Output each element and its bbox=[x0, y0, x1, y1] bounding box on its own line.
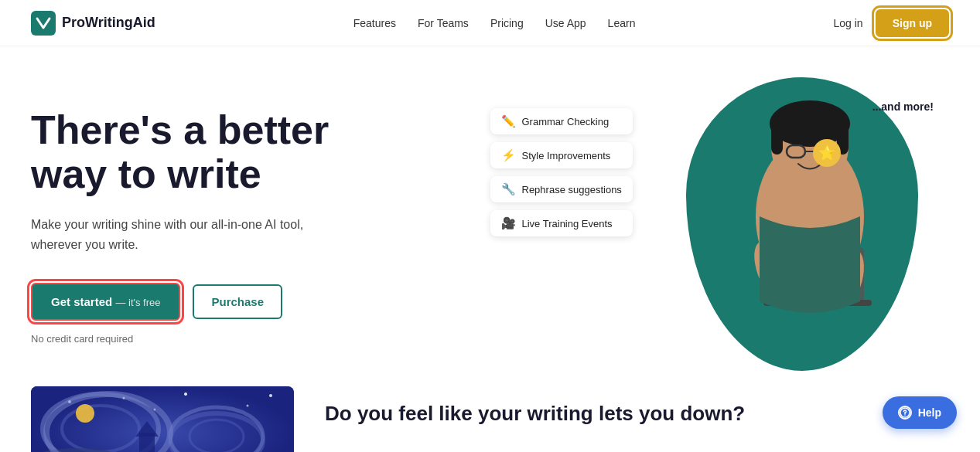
svg-point-19 bbox=[68, 400, 71, 403]
purchase-button[interactable]: Purchase bbox=[193, 284, 282, 319]
no-credit-text: No credit card required bbox=[31, 333, 490, 345]
svg-point-17 bbox=[170, 407, 263, 452]
svg-rect-0 bbox=[31, 11, 56, 36]
grammar-icon: ✏️ bbox=[501, 114, 516, 128]
svg-rect-14 bbox=[31, 386, 294, 452]
nav-item-features[interactable]: Features bbox=[353, 16, 396, 30]
hero-left: There's a better way to write Make your … bbox=[31, 93, 490, 345]
help-button[interactable]: Help bbox=[883, 396, 957, 429]
svg-point-23 bbox=[269, 394, 272, 397]
nav-links: Features For Teams Pricing Use App Learn bbox=[353, 16, 636, 30]
hero-subtitle: Make your writing shine with our all-in-… bbox=[31, 215, 325, 254]
pill-training: 🎥 Live Training Events bbox=[490, 210, 633, 236]
svg-point-21 bbox=[184, 393, 187, 396]
signup-button[interactable]: Sign up bbox=[876, 9, 949, 37]
help-bubble-icon bbox=[898, 406, 912, 420]
nav-item-learn[interactable]: Learn bbox=[608, 16, 636, 30]
help-label: Help bbox=[918, 406, 941, 419]
nav-item-teams[interactable]: For Teams bbox=[418, 16, 469, 30]
pill-style: ⚡ Style Improvements bbox=[490, 142, 633, 168]
starry-night-image bbox=[31, 386, 294, 452]
hero-section: There's a better way to write Make your … bbox=[0, 46, 980, 386]
free-text: — it's free bbox=[115, 297, 160, 308]
logo[interactable]: ProWritingAid bbox=[31, 11, 155, 36]
svg-point-22 bbox=[247, 405, 249, 407]
svg-marker-27 bbox=[135, 421, 159, 437]
svg-point-16 bbox=[62, 406, 139, 452]
svg-point-25 bbox=[76, 404, 94, 423]
logo-text: ProWritingAid bbox=[62, 15, 155, 31]
pill-rephrase: 🔧 Rephrase suggestions bbox=[490, 176, 633, 202]
svg-point-20 bbox=[123, 397, 125, 399]
logo-icon bbox=[31, 11, 56, 36]
svg-rect-4 bbox=[771, 124, 783, 155]
pill-grammar: ✏️ Grammar Checking bbox=[490, 108, 633, 134]
hero-right: ...and more! ⭐ ✏️ Grammar Checking ⚡ Sty… bbox=[490, 93, 950, 355]
feature-pills: ✏️ Grammar Checking ⚡ Style Improvements… bbox=[490, 108, 633, 236]
nav-item-pricing[interactable]: Pricing bbox=[490, 16, 524, 30]
and-more-text: ...and more! bbox=[872, 100, 934, 113]
navbar: ProWritingAid Features For Teams Pricing… bbox=[0, 0, 980, 46]
nav-right: Log in Sign up bbox=[834, 9, 949, 37]
second-section-heading: Do you feel like your writing lets you d… bbox=[325, 402, 745, 426]
second-section: Do you feel like your writing lets you d… bbox=[0, 386, 980, 452]
svg-rect-26 bbox=[139, 433, 155, 452]
svg-point-24 bbox=[154, 409, 156, 411]
rephrase-icon: 🔧 bbox=[501, 182, 516, 196]
hero-buttons: Get started — it's free Purchase bbox=[31, 283, 490, 321]
get-started-button[interactable]: Get started — it's free bbox=[31, 283, 180, 321]
svg-point-18 bbox=[190, 420, 244, 452]
training-icon: 🎥 bbox=[501, 216, 516, 230]
nav-item-use-app[interactable]: Use App bbox=[545, 16, 586, 30]
second-section-text: Do you feel like your writing lets you d… bbox=[325, 386, 745, 426]
svg-point-28 bbox=[31, 448, 139, 452]
style-icon: ⚡ bbox=[501, 148, 516, 162]
star-badge: ⭐ bbox=[813, 139, 841, 167]
svg-point-31 bbox=[904, 414, 906, 416]
hero-title: There's a better way to write bbox=[31, 108, 490, 196]
login-link[interactable]: Log in bbox=[834, 17, 863, 29]
svg-point-15 bbox=[43, 394, 159, 452]
